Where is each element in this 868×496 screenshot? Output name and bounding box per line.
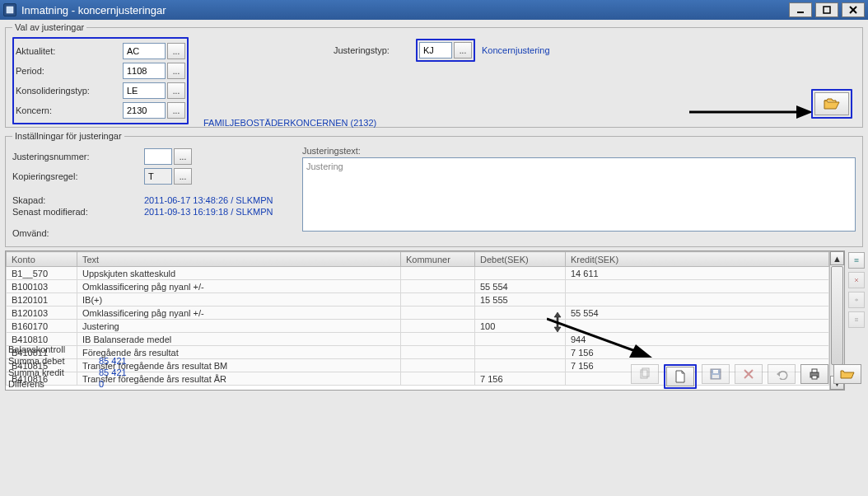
window-controls	[789, 2, 865, 17]
new-document-icon	[674, 370, 687, 383]
selection-highlight-box: Aktualitet: ... Period: ...	[12, 37, 189, 124]
table-row[interactable]: B160170Justering100	[7, 320, 829, 333]
period-lookup-button[interactable]: ...	[167, 63, 185, 79]
period-input[interactable]	[123, 63, 166, 79]
copy-button[interactable]	[631, 364, 659, 384]
cell-kommuner[interactable]	[401, 359, 475, 372]
col-kommuner[interactable]: Kommuner	[401, 252, 475, 267]
maximize-button[interactable]	[815, 2, 838, 17]
svg-rect-19	[713, 370, 718, 373]
cell-kommuner[interactable]	[401, 320, 475, 333]
table-row[interactable]: B100103Omklassificering påg nyanl +/-55 …	[7, 280, 829, 293]
cell-kommuner[interactable]	[401, 280, 475, 293]
kopieringsregel-lookup-button[interactable]: ...	[174, 168, 192, 185]
cell-kommuner[interactable]	[401, 306, 475, 320]
side-insert-button[interactable]	[848, 252, 865, 269]
undo-icon	[775, 368, 788, 380]
justeringstyp-label: Justeringstyp:	[334, 45, 416, 55]
cell-text[interactable]: IB(+)	[77, 293, 401, 306]
justeringstext-label: Justeringstext:	[302, 146, 856, 156]
summa-kredit-value: 85 421	[99, 367, 127, 377]
svg-marker-15	[629, 344, 652, 358]
cell-kredit[interactable]	[566, 280, 829, 293]
new-button[interactable]	[666, 367, 694, 386]
balance-box: Balanskontroll Summa debet 85 421 Summa …	[8, 344, 222, 391]
folder-button[interactable]	[833, 364, 861, 384]
col-kredit[interactable]: Kredit(SEK)	[566, 252, 829, 267]
svg-rect-8	[855, 261, 859, 263]
cell-konto[interactable]: B100103	[7, 280, 77, 293]
cell-text[interactable]: Uppskjuten skatteskuld	[77, 267, 401, 280]
svg-rect-2	[824, 7, 830, 13]
bottom-toolbar	[631, 364, 861, 389]
cell-konto[interactable]: B1__570	[7, 267, 77, 280]
konsolideringstyp-lookup-button[interactable]: ...	[167, 82, 185, 99]
title-bar: Inmatning - koncernjusteringar	[0, 0, 868, 20]
print-icon	[808, 368, 821, 380]
side-delete-button[interactable]	[848, 272, 865, 288]
skapad-label: Skapad:	[12, 195, 144, 205]
arrow-right-icon	[854, 295, 859, 305]
cell-debet[interactable]: 15 555	[475, 293, 566, 306]
cell-text[interactable]: Justering	[77, 320, 401, 333]
cell-konto[interactable]: B160170	[7, 320, 77, 333]
cell-kommuner[interactable]	[401, 267, 475, 280]
col-konto[interactable]: Konto	[7, 252, 77, 267]
svg-rect-25	[812, 369, 817, 372]
x-icon	[743, 368, 754, 380]
summa-kredit-label: Summa kredit	[8, 367, 99, 377]
senast-label: Senast modifierad:	[12, 207, 144, 217]
justeringsnummer-label: Justeringsnummer:	[12, 152, 144, 161]
konsolideringstyp-input[interactable]	[123, 82, 166, 99]
koncern-input[interactable]	[123, 102, 166, 119]
selection-legend: Val av justeringar	[12, 22, 86, 32]
period-label: Period:	[16, 66, 123, 76]
justeringstyp-link[interactable]: Koncernjustering	[482, 45, 556, 55]
scroll-thumb[interactable]	[831, 266, 843, 365]
side-list-button[interactable]	[848, 311, 865, 328]
koncern-lookup-button[interactable]: ...	[167, 102, 185, 119]
justeringstyp-input[interactable]	[419, 42, 452, 58]
scroll-up-button[interactable]: ▲	[830, 251, 844, 265]
cell-kommuner[interactable]	[401, 346, 475, 359]
cell-debet[interactable]: 7 156	[475, 372, 566, 386]
summa-debet-label: Summa debet	[8, 356, 99, 366]
cell-debet[interactable]	[475, 267, 566, 280]
justeringsnummer-lookup-button[interactable]: ...	[174, 148, 192, 165]
print-button[interactable]	[800, 364, 828, 384]
cell-kommuner[interactable]	[401, 333, 475, 346]
cell-kredit[interactable]: 14 611	[566, 267, 829, 280]
table-row[interactable]: B1__570Uppskjuten skatteskuld14 611	[7, 267, 829, 280]
undo-button[interactable]	[768, 364, 796, 384]
minimize-button[interactable]	[789, 2, 812, 17]
svg-rect-0	[7, 7, 13, 13]
open-folder-button[interactable]	[814, 92, 849, 115]
cell-text[interactable]: Omklassificering påg nyanl +/-	[77, 306, 401, 320]
justeringsnummer-input[interactable]	[144, 148, 172, 165]
close-button[interactable]	[842, 2, 865, 17]
cell-konto[interactable]: B120101	[7, 293, 77, 306]
side-export-button[interactable]	[848, 292, 865, 308]
cell-text[interactable]: Omklassificering påg nyanl +/-	[77, 280, 401, 293]
open-button-highlight	[811, 89, 852, 119]
aktualitet-lookup-button[interactable]: ...	[167, 43, 185, 59]
col-debet[interactable]: Debet(SEK)	[475, 252, 566, 267]
cell-konto[interactable]: B120103	[7, 306, 77, 320]
balance-legend: Balanskontroll	[8, 344, 222, 354]
cell-kommuner[interactable]	[401, 293, 475, 306]
koncern-label: Koncern:	[16, 105, 123, 115]
delete-button[interactable]	[735, 364, 763, 384]
col-text[interactable]: Text	[77, 252, 401, 267]
table-row[interactable]: B120103Omklassificering påg nyanl +/-55 …	[7, 306, 829, 320]
kopieringsregel-label: Kopieringsregel:	[12, 171, 144, 181]
koncern-link[interactable]: FAMILJEBOSTÄDERKONCERNEN (2132)	[203, 118, 376, 128]
justeringstyp-lookup-button[interactable]: ...	[454, 42, 472, 58]
justeringstext-textarea[interactable]: Justering	[302, 157, 856, 232]
cell-kommuner[interactable]	[401, 372, 475, 386]
aktualitet-input[interactable]	[123, 43, 166, 59]
cell-debet[interactable]: 55 554	[475, 280, 566, 293]
table-row[interactable]: B120101IB(+)15 555	[7, 293, 829, 306]
save-button[interactable]	[702, 364, 730, 384]
cell-kredit[interactable]	[566, 293, 829, 306]
kopieringsregel-input[interactable]	[144, 168, 172, 185]
